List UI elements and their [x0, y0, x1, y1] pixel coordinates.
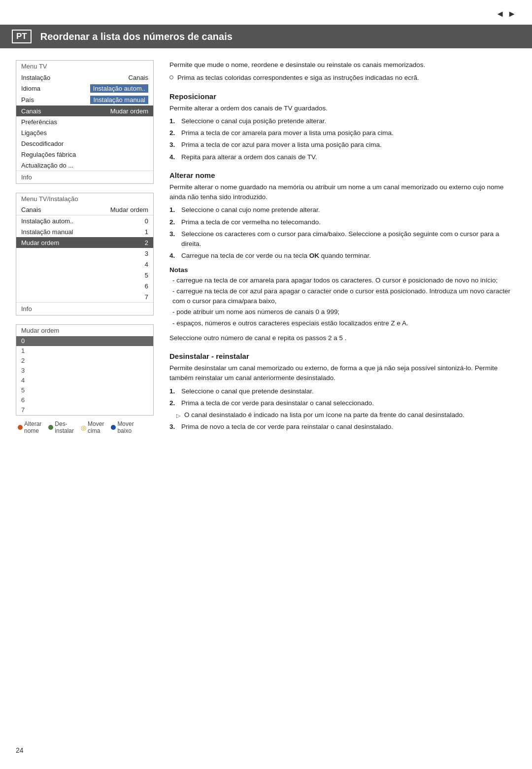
- menu1-row-ligacoes[interactable]: Ligações: [16, 127, 153, 138]
- menu1-row-preferencias[interactable]: Preferências: [16, 116, 153, 127]
- bottom-legend: Alterarnome Des-instalar ◎ Movercima Mov…: [16, 420, 154, 434]
- menu3-row-0[interactable]: 0: [16, 336, 153, 346]
- alterar-step-3: 3. Seleccione os caracteres com o cursor…: [169, 229, 516, 249]
- menu3-row-4[interactable]: 4: [16, 376, 153, 385]
- desinstalar-step3-text: Prima de novo a tecla de cor verde para …: [181, 422, 393, 432]
- nav-arrows: ◄ ►: [496, 9, 516, 19]
- left-arrow-icon[interactable]: ◄: [496, 9, 504, 19]
- menu3-row-6[interactable]: 6: [16, 395, 153, 405]
- reposicionar-step4-text: Repita para alterar a ordem dos canais d…: [181, 152, 317, 162]
- menu2-header-value: Mudar ordem: [110, 206, 148, 213]
- dot-blue-icon: [111, 425, 116, 430]
- main-content: Menu TV Instalação Canais Idioma Instala…: [0, 48, 532, 446]
- menu1-label-pais: País: [21, 96, 90, 104]
- desinstalar-sub-text: O canal desinstalado é indicado na lista…: [184, 410, 465, 420]
- menu-box-3: Mudar ordem 0 1 2 3 4 5 6 7: [16, 324, 154, 416]
- reposicionar-step3-text: Prima a tecla de cor azul para mover a l…: [181, 140, 382, 150]
- menu2-label-1: Instalação manual: [21, 228, 145, 236]
- alterar-intro: Permite alterar o nome guardado na memór…: [169, 182, 516, 203]
- alterar-step5: Seleccione outro número de canal e repit…: [169, 333, 516, 343]
- dot-red-icon: [18, 425, 23, 430]
- menu3-title: Mudar ordem: [16, 325, 153, 336]
- menu2-value-6: 6: [145, 282, 148, 290]
- language-badge: PT: [12, 30, 32, 43]
- reposicionar-step-2: 2. Prima a tecla de cor amarela para mov…: [169, 128, 516, 138]
- legend-green-label: Des-instalar: [55, 420, 74, 434]
- header-bar: PT Reordenar a lista dos números de cana…: [0, 25, 532, 48]
- legend-red-label: Alterarnome: [24, 420, 41, 434]
- dot-yellow-icon: ◎: [81, 424, 86, 431]
- right-column: Permite que mude o nome, reordene e desi…: [169, 60, 516, 434]
- alterar-steps: 1. Seleccione o canal cujo nome pretende…: [169, 205, 516, 261]
- menu2-row-5[interactable]: 5: [16, 270, 153, 280]
- reposicionar-step2-text: Prima a tecla de cor amarela para mover …: [181, 128, 394, 138]
- intro-bullet: Prima as teclas coloridas correspondente…: [169, 73, 516, 83]
- menu2-row-2[interactable]: Mudar ordem 2: [16, 237, 153, 248]
- menu2-value-7: 7: [145, 293, 148, 301]
- intro-bullet-text: Prima as teclas coloridas correspondente…: [177, 73, 419, 83]
- menu3-row-7[interactable]: 7: [16, 405, 153, 415]
- menu2-row-3[interactable]: 3: [16, 248, 153, 259]
- section-alterar-title: Alterar nome: [169, 171, 516, 179]
- page-number: 24: [16, 746, 24, 754]
- menu2-value-4: 4: [145, 261, 148, 268]
- menu2-value-2: 2: [145, 239, 148, 246]
- menu2-label-0: Instalação autom..: [21, 217, 145, 225]
- reposicionar-step1-text: Seleccione o canal cuja posição pretende…: [181, 116, 326, 126]
- notes-title: Notas: [169, 266, 516, 274]
- alterar-step-4: 4. Carregue na tecla de cor verde ou na …: [169, 251, 516, 261]
- desinstalar-step2-text: Prima a tecla de cor verde para desinsta…: [181, 398, 374, 408]
- menu2-row-6[interactable]: 6: [16, 280, 153, 291]
- menu1-label-idioma: Idioma: [21, 85, 90, 92]
- alterar-step4-text: Carregue na tecla de cor verde ou na tec…: [181, 251, 371, 261]
- note-1: - carregue na tecla de cor amarela para …: [169, 276, 516, 285]
- menu2-row-7[interactable]: 7: [16, 291, 153, 302]
- menu1-label-regulacoes: Regulações fábrica: [21, 151, 148, 158]
- desinstalar-step-2: 2. Prima a tecla de cor verde para desin…: [169, 398, 516, 408]
- menu-box-1: Menu TV Instalação Canais Idioma Instala…: [16, 60, 154, 184]
- triangle-icon: ▷: [176, 412, 180, 420]
- menu1-value-canais: Mudar ordem: [110, 107, 148, 115]
- note-2: - carregue na tecla de cor azul para apa…: [169, 286, 516, 307]
- menu3-row-2[interactable]: 2: [16, 356, 153, 366]
- menu3-row-1[interactable]: 1: [16, 346, 153, 356]
- bullet-circle-icon: [169, 75, 173, 79]
- section-reposicionar-title: Reposicionar: [169, 92, 516, 101]
- menu-box-2: Menu TV/Instalação Canais Mudar ordem In…: [16, 193, 154, 315]
- reposicionar-step-4: 4. Repita para alterar a ordem dos canai…: [169, 152, 516, 162]
- desinstalar-step1-text: Seleccione o canal que pretende desinsta…: [181, 386, 314, 396]
- left-column: Menu TV Instalação Canais Idioma Instala…: [16, 60, 154, 434]
- reposicionar-step-1: 1. Seleccione o canal cuja posição prete…: [169, 116, 516, 126]
- menu1-row-regulacoes[interactable]: Regulações fábrica: [16, 149, 153, 160]
- desinstalar-step-3: 3. Prima de novo a tecla de cor verde pa…: [169, 422, 516, 432]
- menu2-header-label: Canais: [21, 206, 110, 213]
- menu1-label-descodificador: Descodificador: [21, 140, 148, 147]
- menu2-label-2: Mudar ordem: [21, 239, 145, 246]
- menu1-info: Info: [16, 171, 153, 183]
- menu2-value-0: 0: [145, 217, 148, 225]
- menu1-row-actualizacao[interactable]: Actualização do ...: [16, 160, 153, 171]
- menu2-row-0[interactable]: Instalação autom.. 0: [16, 215, 153, 226]
- menu1-value-instalacao: Canais: [129, 74, 148, 81]
- menu1-row-instalacao[interactable]: Instalação Canais: [16, 72, 153, 83]
- menu3-row-5[interactable]: 5: [16, 385, 153, 395]
- right-arrow-icon[interactable]: ►: [507, 9, 516, 19]
- legend-red: Alterarnome: [18, 420, 41, 434]
- menu1-label-preferencias: Preferências: [21, 118, 148, 126]
- legend-yellow-label: Movercima: [88, 420, 104, 434]
- desinstalar-steps: 1. Seleccione o canal que pretende desin…: [169, 386, 516, 409]
- menu1-row-idioma[interactable]: Idioma Instalação autom..: [16, 83, 153, 94]
- menu1-label-canais: Canais: [21, 107, 110, 115]
- menu1-row-descodificador[interactable]: Descodificador: [16, 138, 153, 149]
- menu1-row-canais[interactable]: Canais Mudar ordem: [16, 105, 153, 116]
- menu2-row-1[interactable]: Instalação manual 1: [16, 226, 153, 237]
- menu3-row-3[interactable]: 3: [16, 366, 153, 376]
- menu1-label-actualizacao: Actualização do ...: [21, 162, 148, 169]
- menu1-row-pais[interactable]: País Instalação manual: [16, 94, 153, 105]
- notes-box: Notas - carregue na tecla de cor amarela…: [169, 266, 516, 328]
- legend-blue: Moverbaixo: [111, 420, 133, 434]
- menu2-header-row: Canais Mudar ordem: [16, 205, 153, 215]
- menu2-row-4[interactable]: 4: [16, 259, 153, 270]
- note-3: - pode atribuir um nome aos números de c…: [169, 307, 516, 317]
- alterar-step1-text: Seleccione o canal cujo nome pretende al…: [181, 205, 320, 215]
